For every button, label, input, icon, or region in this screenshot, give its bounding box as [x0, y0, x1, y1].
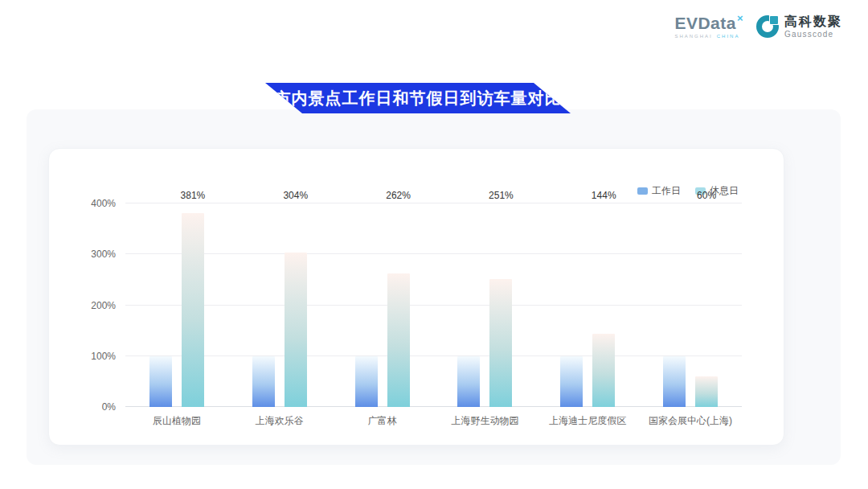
category-label: 国家会展中心(上海) [649, 414, 732, 428]
bar-group: 144%上海迪士尼度假区 [560, 203, 615, 407]
bar-workday [457, 356, 480, 407]
bar-group: 304%上海欢乐谷 [252, 203, 307, 407]
bar-wrap [355, 203, 378, 407]
gausscode-icon-square [770, 16, 778, 24]
page-title: 市内景点工作日和节假日到访车量对比 [275, 88, 562, 109]
legend-swatch [637, 187, 648, 195]
category-label: 上海欢乐谷 [256, 414, 304, 428]
gausscode-name-cn: 高科数聚 [784, 14, 842, 29]
bar-value-label: 304% [283, 190, 308, 201]
bar-restday [182, 213, 204, 407]
bar-restday [592, 334, 615, 407]
evdata-text: EVData [674, 14, 736, 32]
bar-wrap [149, 203, 172, 407]
bar-workday [560, 356, 583, 407]
evdata-sub-right: CHINA [717, 34, 740, 39]
gausscode-name-en: Gausscode [784, 30, 842, 39]
y-tick-label: 0% [102, 401, 116, 413]
category-label: 上海迪士尼度假区 [549, 414, 626, 428]
y-tick-label: 300% [91, 249, 116, 260]
bar-wrap [457, 203, 480, 407]
bar-group: 262%广富林 [355, 203, 410, 407]
bar-wrap [560, 203, 583, 407]
bar-wrap: 251% [489, 203, 512, 407]
legend-label: 工作日 [652, 184, 681, 198]
chart-card: 工作日休息日 0%100%200%300%400% 381%辰山植物园304%上… [48, 148, 784, 446]
bar-wrap [252, 203, 275, 407]
y-tick-label: 400% [91, 198, 116, 209]
plot-area: 0%100%200%300%400% 381%辰山植物园304%上海欢乐谷262… [125, 203, 742, 407]
bar-workday [355, 356, 378, 407]
evdata-sub-left: SHANGHAI [674, 34, 712, 39]
gausscode-icon [756, 15, 779, 38]
bar-workday [149, 356, 172, 407]
y-tick-label: 200% [91, 300, 116, 311]
bar-workday [663, 356, 686, 407]
bar-wrap: 381% [182, 203, 204, 407]
header-logos: EVData× SHANGHAI CHINA 高科数聚 Gausscode [674, 14, 842, 39]
category-label: 辰山植物园 [153, 414, 201, 428]
category-label: 上海野生动物园 [451, 414, 518, 428]
bar-groups: 381%辰山植物园304%上海欢乐谷262%广富林251%上海野生动物园144%… [125, 203, 742, 407]
gausscode-text: 高科数聚 Gausscode [784, 14, 842, 39]
bar-restday [285, 253, 307, 407]
gausscode-logo: 高科数聚 Gausscode [756, 14, 842, 39]
bar-value-label: 251% [489, 190, 514, 201]
chart-legend: 工作日休息日 [637, 184, 739, 198]
evdata-x-mark: × [737, 12, 743, 24]
bar-value-label: 262% [386, 190, 411, 201]
outer-panel: 工作日休息日 0%100%200%300%400% 381%辰山植物园304%上… [27, 109, 841, 465]
bar-value-label: 144% [592, 190, 616, 201]
bar-workday [252, 356, 275, 407]
y-tick-label: 100% [91, 351, 116, 362]
title-banner: 市内景点工作日和节假日到访车量对比 [265, 83, 571, 113]
bar-restday [387, 273, 410, 407]
evdata-subtitle: SHANGHAI CHINA [674, 34, 739, 39]
bar-value-label: 60% [697, 190, 716, 201]
bar-wrap: 60% [695, 203, 718, 407]
y-axis-labels: 0%100%200%300%400% [77, 203, 125, 407]
bar-value-label: 381% [181, 190, 206, 201]
legend-item[interactable]: 工作日 [637, 184, 681, 198]
evdata-logo: EVData× SHANGHAI CHINA [674, 14, 743, 39]
bar-restday [489, 279, 512, 407]
bar-restday [695, 376, 718, 407]
bar-group: 251%上海野生动物园 [457, 203, 512, 407]
bar-wrap [663, 203, 686, 407]
bar-wrap: 304% [285, 203, 307, 407]
category-label: 广富林 [368, 414, 397, 428]
bar-wrap: 144% [592, 203, 615, 407]
bar-wrap: 262% [387, 203, 410, 407]
bar-group: 60%国家会展中心(上海) [663, 203, 718, 407]
evdata-wordmark: EVData× [674, 14, 743, 32]
bar-group: 381%辰山植物园 [149, 203, 204, 407]
